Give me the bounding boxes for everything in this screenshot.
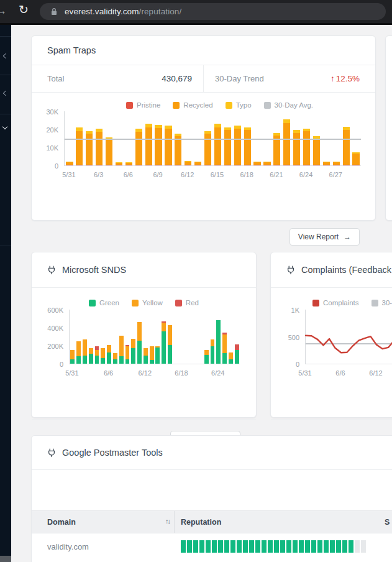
column-header-clipped[interactable]: S xyxy=(385,518,390,527)
total-label: Total xyxy=(47,74,64,83)
bar xyxy=(168,325,172,364)
bar-segment xyxy=(76,131,83,165)
card-header: Microsoft SNDS xyxy=(32,252,256,288)
chevron-left-icon[interactable] xyxy=(3,53,8,58)
bar-segment xyxy=(235,344,239,350)
bar-segment xyxy=(106,165,112,165)
bar xyxy=(273,133,280,165)
bar xyxy=(131,339,135,364)
y-tick-label: 600K xyxy=(47,306,63,314)
bar xyxy=(155,125,162,165)
card-title: Google Postmaster Tools xyxy=(62,448,163,458)
chevron-down-icon[interactable] xyxy=(2,124,7,129)
bar-segment xyxy=(293,133,300,165)
bar-segment xyxy=(162,331,166,364)
bar-segment xyxy=(101,348,105,359)
bar-segment xyxy=(107,345,111,352)
bar xyxy=(234,126,241,165)
bar xyxy=(283,119,290,165)
legend-label: Pristine xyxy=(137,101,160,109)
bar xyxy=(70,350,75,364)
bar-segment xyxy=(155,348,160,364)
bar-segment xyxy=(229,359,233,364)
bar xyxy=(211,339,215,364)
bar-segment xyxy=(214,165,221,165)
legend-label: Yellow xyxy=(142,299,163,306)
bar-segment xyxy=(204,350,209,355)
y-axis: 010K20K30K xyxy=(32,111,64,166)
reputation-bar xyxy=(181,540,367,553)
spacer xyxy=(32,470,392,510)
card-header: Complaints (Feedback L xyxy=(271,252,392,288)
x-tick-label: 6/12 xyxy=(139,369,152,377)
x-tick-label: 6/6 xyxy=(104,369,113,377)
x-tick-label: 6/21 xyxy=(270,171,283,178)
y-tick-label: 20K xyxy=(46,126,58,134)
table-row[interactable]: validity.com xyxy=(32,533,392,562)
bar-segment xyxy=(234,129,241,165)
bar-segment xyxy=(211,346,215,364)
bar xyxy=(303,129,310,165)
legend-swatch xyxy=(173,102,180,109)
column-header-domain[interactable]: Domain xyxy=(47,518,76,527)
legend-label: Green xyxy=(99,299,119,306)
card-title: Complaints (Feedback L xyxy=(301,265,392,275)
average-line xyxy=(65,139,361,140)
bar xyxy=(125,345,130,364)
legend-label: 30-Day Avg. xyxy=(382,299,392,306)
bar-segment xyxy=(222,353,227,364)
bar-segment xyxy=(343,130,350,165)
bar-segment xyxy=(125,346,130,359)
domain-cell: validity.com xyxy=(47,542,89,551)
bar-segment xyxy=(352,165,359,165)
bar xyxy=(165,126,171,165)
browser-toolbar: → ↻ everest.validity.com/reputation/ xyxy=(0,0,392,23)
bar xyxy=(222,333,227,364)
reputation-dashboard: Spam Traps Total 430,679 30-Day Trend ↑1… xyxy=(11,25,392,562)
bar-segment xyxy=(352,154,359,165)
legend-swatch xyxy=(226,102,232,109)
x-tick-label: 6/12 xyxy=(369,369,382,377)
x-tick-label: 6/3 xyxy=(94,171,103,178)
bar xyxy=(253,162,260,165)
bar-segment xyxy=(83,339,87,356)
x-tick-label: 6/9 xyxy=(153,171,162,178)
reload-icon[interactable]: ↻ xyxy=(19,4,29,16)
bar-segment xyxy=(168,345,172,364)
bar-segment xyxy=(144,356,148,364)
plug-icon xyxy=(286,265,295,275)
bar-segment xyxy=(76,356,81,364)
y-tick-label: 10K xyxy=(46,144,58,152)
bar xyxy=(323,162,330,165)
bar xyxy=(66,162,73,165)
x-tick-label: 6/12 xyxy=(181,171,194,178)
bar xyxy=(333,162,340,165)
y-tick-label: 0 xyxy=(55,162,58,170)
forward-icon[interactable]: → xyxy=(0,5,7,17)
sort-icon[interactable]: ↑↓ xyxy=(165,517,170,525)
bar xyxy=(293,130,300,165)
legend-label: 30-Day Avg. xyxy=(275,101,313,109)
bar-segment xyxy=(211,339,215,346)
bar-segment xyxy=(145,127,152,165)
y-tick-label: 30K xyxy=(46,108,58,116)
address-bar[interactable]: everest.validity.com/reputation/ xyxy=(40,3,386,20)
legend-swatch xyxy=(312,300,319,306)
bar-segment xyxy=(125,359,130,364)
legend-label: Red xyxy=(186,299,199,306)
column-header-reputation[interactable]: Reputation xyxy=(181,518,221,527)
bar-segment xyxy=(253,165,260,165)
bar xyxy=(116,162,122,165)
x-axis: 5/316/66/126/186/24 xyxy=(69,364,240,419)
chevron-left-icon[interactable] xyxy=(3,91,8,96)
bar-segment xyxy=(204,165,211,165)
legend-item: Pristine xyxy=(126,101,160,109)
legend-swatch xyxy=(89,300,96,306)
bar-segment xyxy=(235,350,239,364)
y-axis: 05001K xyxy=(271,310,305,364)
card-title: Spam Traps xyxy=(47,45,96,55)
view-report-button[interactable]: View Report→ xyxy=(289,228,360,246)
plug-icon xyxy=(47,265,56,275)
legend-item: Typo xyxy=(226,101,252,109)
bar-segment xyxy=(214,127,221,165)
